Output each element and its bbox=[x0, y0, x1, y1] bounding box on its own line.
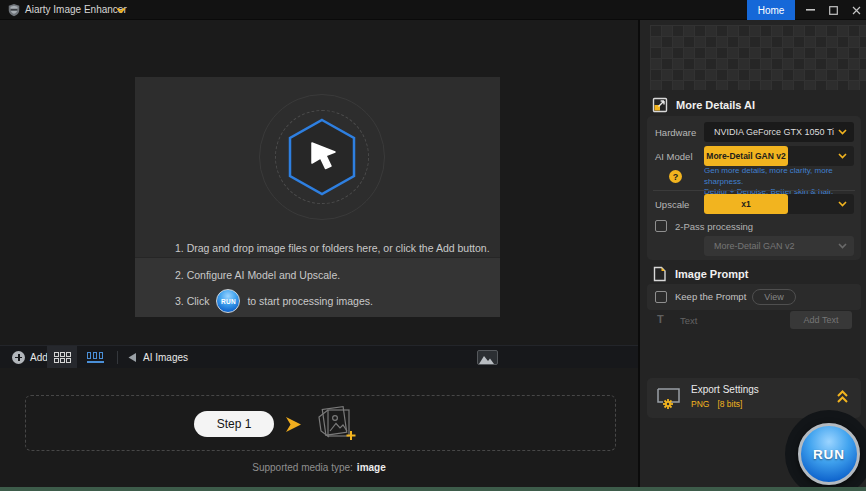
more-details-title: More Details AI bbox=[676, 99, 755, 111]
add-label: Add bbox=[30, 352, 48, 363]
text-label: Text bbox=[680, 315, 697, 326]
close-icon bbox=[852, 6, 861, 15]
step3-suffix: to start processing images. bbox=[247, 295, 372, 307]
ai-model-value-pill: More-Detail GAN v2 bbox=[704, 146, 788, 166]
run-badge-icon: RUN bbox=[216, 289, 240, 313]
two-pass-model-value: More-Detail GAN v2 bbox=[714, 236, 795, 256]
list-view-icon bbox=[87, 351, 104, 363]
hardware-dropdown[interactable]: NVIDIA GeForce GTX 1050 Ti bbox=[704, 122, 854, 142]
title-bar: Aiarty Image Enhancer Home bbox=[0, 0, 866, 20]
text-icon: T bbox=[657, 313, 664, 325]
arrow-right-icon bbox=[286, 417, 302, 432]
section-image-prompt: Image Prompt bbox=[652, 266, 748, 282]
chevron-down-icon bbox=[838, 243, 847, 249]
minimize-button[interactable] bbox=[800, 0, 821, 20]
staging-drop-area[interactable]: Step 1 bbox=[25, 395, 616, 451]
toolbar-divider bbox=[117, 351, 118, 364]
document-icon bbox=[652, 266, 667, 282]
ai-model-description: Gen more details, more clarity, more sha… bbox=[704, 166, 856, 198]
supported-label: Supported media type: bbox=[252, 462, 353, 473]
upscale-label: Upscale bbox=[655, 199, 689, 210]
hardware-value: NVIDIA GeForce GTX 1050 Ti bbox=[714, 122, 834, 142]
plus-icon bbox=[12, 351, 25, 364]
back-arrow-icon bbox=[127, 352, 137, 363]
maximize-icon bbox=[829, 6, 838, 15]
minimize-icon bbox=[806, 9, 815, 11]
add-text-button[interactable]: Add Text bbox=[790, 311, 852, 329]
upscale-value-pill: x1 bbox=[704, 194, 788, 214]
step3-prefix: 3. Click bbox=[175, 295, 209, 307]
thumbnail-size-icon bbox=[477, 350, 498, 365]
view-prompt-button[interactable]: View bbox=[752, 289, 796, 305]
maximize-button[interactable] bbox=[823, 0, 844, 20]
app-title: Aiarty Image Enhancer bbox=[25, 4, 127, 15]
chevron-down-icon bbox=[838, 153, 847, 159]
instruction-step-3: 3. Click RUN to start processing images. bbox=[175, 289, 373, 313]
export-settings-title: Export Settings bbox=[691, 384, 759, 395]
grid-view-icon bbox=[54, 352, 71, 363]
run-button[interactable]: RUN bbox=[798, 423, 860, 485]
instruction-step-1: 1. Drag and drop image files or folders … bbox=[175, 242, 490, 254]
image-prompt-title: Image Prompt bbox=[675, 268, 748, 280]
two-pass-checkbox[interactable] bbox=[655, 220, 667, 232]
instruction-step-2: 2. Configure AI Model and Upscale. bbox=[175, 269, 340, 281]
add-image-icon[interactable] bbox=[314, 405, 358, 443]
help-icon[interactable]: ? bbox=[669, 170, 682, 183]
export-settings-icon bbox=[655, 386, 683, 410]
enlarge-icon bbox=[652, 97, 668, 113]
upscale-dropdown[interactable]: x1 bbox=[704, 194, 854, 214]
model-settings-box: Hardware NVIDIA GeForce GTX 1050 Ti AI M… bbox=[647, 116, 861, 260]
keep-prompt-checkbox[interactable] bbox=[655, 291, 667, 303]
close-button[interactable] bbox=[846, 0, 866, 20]
collapse-chevrons-icon[interactable] bbox=[836, 389, 849, 404]
chevron-down-icon bbox=[838, 129, 847, 135]
ai-images-label: AI Images bbox=[143, 352, 188, 363]
supported-media-note: Supported media type:image bbox=[0, 462, 638, 473]
export-bits: [8 bits] bbox=[717, 399, 742, 409]
list-view-button[interactable] bbox=[80, 346, 110, 368]
export-format: PNG bbox=[691, 399, 709, 409]
add-files-hexagon-icon[interactable] bbox=[286, 117, 358, 197]
home-button[interactable]: Home bbox=[747, 0, 795, 20]
app-logo-icon bbox=[7, 3, 21, 17]
two-pass-checkbox-row[interactable]: 2-Pass processing bbox=[655, 220, 753, 232]
help-line-1: Gen more details, more clarity, more sha… bbox=[704, 166, 856, 187]
app-menu-chevron-icon[interactable] bbox=[116, 7, 126, 14]
step-guide-row: Step 1 bbox=[194, 396, 358, 452]
section-divider bbox=[653, 190, 855, 191]
supported-value: image bbox=[357, 462, 386, 473]
preview-checkerboard bbox=[650, 25, 866, 90]
export-format-row: PNG [8 bits] bbox=[691, 399, 742, 409]
settings-panel: More Details AI Hardware NVIDIA GeForce … bbox=[638, 20, 866, 491]
two-pass-label: 2-Pass processing bbox=[675, 221, 753, 232]
ai-model-dropdown[interactable]: More-Detail GAN v2 bbox=[704, 146, 854, 166]
tab-ai-images[interactable]: AI Images bbox=[127, 346, 188, 368]
app-window: Aiarty Image Enhancer Home 1. Drag bbox=[0, 0, 866, 491]
ai-model-label: AI Model bbox=[655, 151, 693, 162]
keep-prompt-box: Keep the Prompt View bbox=[647, 284, 861, 310]
section-more-details: More Details AI bbox=[652, 97, 755, 113]
window-bottom-border bbox=[0, 487, 866, 491]
hardware-label: Hardware bbox=[655, 127, 696, 138]
instruction-band: 2. Configure AI Model and Upscale. 3. Cl… bbox=[135, 257, 500, 317]
keep-prompt-label: Keep the Prompt bbox=[675, 284, 746, 310]
drop-zone[interactable]: 1. Drag and drop image files or folders … bbox=[135, 77, 500, 317]
step-1-pill: Step 1 bbox=[194, 411, 274, 437]
grid-view-button[interactable] bbox=[47, 346, 77, 368]
file-toolbar: Add AI Images bbox=[0, 345, 638, 368]
two-pass-model-dropdown-disabled: More-Detail GAN v2 bbox=[704, 236, 854, 256]
chevron-down-icon bbox=[838, 201, 847, 207]
